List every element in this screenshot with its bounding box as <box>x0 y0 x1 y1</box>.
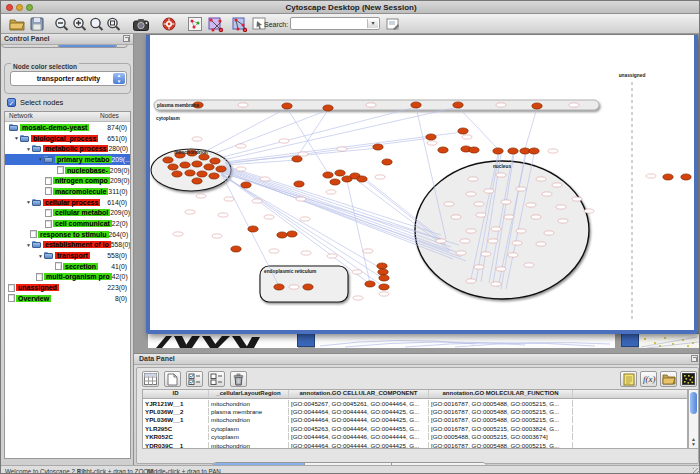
select-attributes-icon[interactable] <box>186 371 203 387</box>
expand-arrow-icon[interactable]: ▼ <box>25 146 32 152</box>
node-label-pill[interactable] <box>462 135 472 139</box>
table-cell[interactable]: mitochondrion <box>209 442 289 449</box>
node-label-pill[interactable] <box>476 213 486 217</box>
node-label-pill[interactable] <box>572 197 582 201</box>
table-cell[interactable]: [GO:0045263, GO:0044464, GO:0044455, G..… <box>289 425 429 432</box>
background-window-fragment[interactable] <box>315 333 615 348</box>
graph-node[interactable] <box>168 164 178 170</box>
node-label-pill[interactable] <box>185 210 195 214</box>
graph-node[interactable] <box>282 103 292 109</box>
graph-node[interactable] <box>180 162 190 168</box>
graph-node[interactable] <box>493 148 503 154</box>
node-label-pill[interactable] <box>236 167 246 171</box>
graph-node[interactable] <box>377 263 387 269</box>
scrollbar-arrows-icon[interactable]: ▲▼ <box>690 437 697 447</box>
expand-arrow-icon[interactable]: ▼ <box>25 242 32 248</box>
background-window-fragment[interactable] <box>148 333 298 348</box>
column-header[interactable]: ID <box>143 390 209 398</box>
node-label-pill[interactable] <box>508 253 518 257</box>
tree-row[interactable]: ▼biological_process651(0) <box>5 133 130 144</box>
tree-row[interactable]: ▼cellular process614(0) <box>5 197 130 208</box>
new-attribute-icon[interactable] <box>164 371 181 387</box>
expand-arrow-icon[interactable]: ▼ <box>37 156 44 162</box>
node-label-pill[interactable] <box>289 285 299 289</box>
zoom-in-icon[interactable] <box>71 16 87 32</box>
graph-node[interactable] <box>210 158 220 164</box>
node-label-pill[interactable] <box>218 213 228 217</box>
tree-row[interactable]: ▼primary metabo209(... <box>5 154 130 165</box>
graph-node[interactable] <box>204 164 214 170</box>
tree-row[interactable]: multi-organism pro42(0) <box>5 272 130 283</box>
node-label-pill[interactable] <box>279 139 289 143</box>
node-label-pill[interactable] <box>326 190 336 194</box>
tree-row[interactable]: ▼establishment of lo558(0) <box>5 240 130 251</box>
table-row[interactable]: YPL036W__2plasma membrane[GO:0044464, GO… <box>143 407 687 415</box>
import-attributes-icon[interactable] <box>660 371 677 387</box>
node-label-pill[interactable] <box>192 137 202 141</box>
graph-node[interactable] <box>681 174 691 180</box>
node-label-pill[interactable] <box>531 215 541 219</box>
zoom-region-icon[interactable] <box>105 16 121 32</box>
table-cell[interactable]: mitochondrion <box>209 400 289 407</box>
node-label-pill[interactable] <box>212 234 222 238</box>
table-cell[interactable]: plasma membrane <box>209 408 289 415</box>
node-label-pill[interactable] <box>264 215 274 219</box>
node-label-pill[interactable] <box>526 203 536 207</box>
graph-node[interactable] <box>163 157 173 163</box>
graph-node[interactable] <box>274 284 284 290</box>
background-window-fragment[interactable] <box>639 333 700 348</box>
node-label-pill[interactable] <box>516 187 526 191</box>
canvas-background[interactable] <box>150 35 694 321</box>
graph-node[interactable] <box>248 226 258 232</box>
node-label-pill[interactable] <box>379 292 389 296</box>
tree-row[interactable]: mosaic-demo-yeast874(0) <box>5 122 130 133</box>
snapshot-icon[interactable] <box>133 16 149 32</box>
tree-row[interactable]: ▼transport558(0) <box>5 250 130 261</box>
tree-row[interactable]: secretion41(0) <box>5 261 130 272</box>
tree-row[interactable]: response to stimulu264(0) <box>5 229 130 240</box>
node-label-pill[interactable] <box>301 251 311 255</box>
tree-row[interactable]: cell communicat22(0) <box>5 218 130 229</box>
cell-id[interactable]: YLR295C <box>143 425 209 432</box>
table-cell[interactable]: [GO:0016787, GO:0005488, GO:0005215, G..… <box>429 408 573 415</box>
table-cell[interactable]: [GO:0044464, GO:0044446, GO:0044444, G..… <box>289 433 429 440</box>
node-label-pill[interactable] <box>224 197 234 201</box>
tree-row[interactable]: unassigned223(0) <box>5 282 130 293</box>
node-label-pill[interactable] <box>491 282 501 286</box>
graph-node[interactable] <box>529 148 539 154</box>
node-label-pill[interactable] <box>496 103 506 107</box>
node-label-pill[interactable] <box>300 217 310 221</box>
node-label-pill[interactable] <box>496 267 506 271</box>
node-label-pill[interactable] <box>352 270 362 274</box>
expand-arrow-icon[interactable]: ▼ <box>37 253 44 259</box>
tree-row[interactable]: nucleobase-209(0) <box>5 165 130 176</box>
tree-row[interactable]: ▼metabolic process280(0) <box>5 143 130 154</box>
node-label-pill[interactable] <box>173 232 183 236</box>
cell-id[interactable]: YJR121W__1 <box>143 400 209 407</box>
node-label-pill[interactable] <box>260 177 270 181</box>
search-dropdown-icon[interactable]: ▾ <box>367 19 378 28</box>
node-label-pill[interactable] <box>460 239 470 243</box>
node-label-pill[interactable] <box>466 279 476 283</box>
graph-node[interactable] <box>323 172 333 178</box>
graph-node[interactable] <box>469 147 479 153</box>
table-cell[interactable]: [GO:0044464, GO:0044444, GO:0044425, G..… <box>289 442 429 449</box>
graph-node[interactable] <box>209 173 219 179</box>
table-cell[interactable]: [GO:0044464, GO:0044444, GO:0044425, G..… <box>289 408 429 415</box>
node-label-pill[interactable] <box>491 227 501 231</box>
open-icon[interactable] <box>9 16 25 32</box>
expand-arrow-icon[interactable]: ▼ <box>13 135 20 141</box>
node-label-pill[interactable] <box>516 229 526 233</box>
graph-node[interactable] <box>277 232 287 238</box>
graph-node[interactable] <box>508 148 518 154</box>
graph-node[interactable] <box>426 134 436 140</box>
formula-builder-icon[interactable]: f(x) <box>640 371 657 387</box>
cell-id[interactable]: YPL036W__1 <box>143 416 209 423</box>
table-cell[interactable]: [GO:0005488, GO:0005215, GO:0003674] <box>429 433 573 440</box>
column-header[interactable]: annotation.GO CELLULAR_COMPONENT <box>289 390 429 398</box>
node-label-pill[interactable] <box>646 174 656 178</box>
node-label-pill[interactable] <box>269 249 279 253</box>
node-label-pill[interactable] <box>548 149 558 153</box>
node-label-pill[interactable] <box>512 241 522 245</box>
node-label-pill[interactable] <box>296 197 306 201</box>
